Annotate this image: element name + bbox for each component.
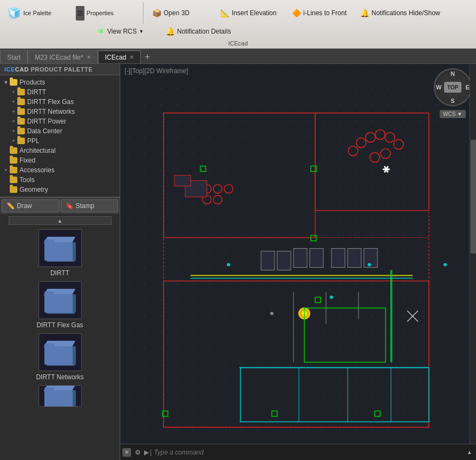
dirtt-expander[interactable]: + <box>10 88 17 96</box>
dirtt-power-thumbnail[interactable] <box>9 385 112 407</box>
toolbar: 🧊 Ice Palette ≡ Properties 📦 Open 3D 📐 I… <box>0 0 476 49</box>
stamp-btn[interactable]: 🔖 Stamp <box>61 199 119 212</box>
dirtt-power-thumb-icon <box>38 385 82 407</box>
scrollbar-thumb <box>471 140 476 254</box>
dirtt-networks-thumbnail[interactable]: DIRTT Networks <box>9 333 112 381</box>
wcs-label: WCS ▼ <box>443 111 462 117</box>
compass-top-label: TOP <box>447 85 458 90</box>
view-rcs-btn[interactable]: 👁 View RCS ▼ <box>94 26 159 37</box>
ice-palette-icon: 🧊 <box>8 7 21 20</box>
draw-label: Draw <box>17 202 32 210</box>
compass: N S E W TOP WCS ▼ <box>434 68 472 106</box>
palette-header: ICECAD PRODUCT PALETTE <box>0 64 120 75</box>
properties-label: Properties <box>87 10 114 16</box>
dirtt-folder-3d <box>44 235 76 262</box>
dirtt-thumb-label: DIRTT <box>50 269 69 277</box>
dirtt-networks-expander[interactable]: + <box>10 108 17 115</box>
ilines-label: i-Lines to Front <box>303 9 347 17</box>
tree-item-fixed[interactable]: - Fixed <box>0 156 120 165</box>
products-expander[interactable]: ▼ <box>2 79 10 86</box>
tab-icecad[interactable]: ICEcad ✕ <box>98 50 141 63</box>
svg-rect-41 <box>331 249 345 268</box>
ppl-label: PPL <box>27 137 40 145</box>
ilines-btn[interactable]: 🔶 i-Lines to Front <box>289 8 354 18</box>
tab-m23-close[interactable]: ✕ <box>87 54 91 60</box>
tree-item-products[interactable]: ▼ Products <box>0 77 120 87</box>
scroll-up-btn[interactable]: ▲ <box>9 216 112 225</box>
svg-point-56 <box>227 263 230 267</box>
cmd-settings-btn[interactable]: ⚙ <box>133 448 142 457</box>
tabs-bar: Start M23 ICEcad file* ✕ ICEcad ✕ + <box>0 49 476 64</box>
tree-item-data-center[interactable]: + Data Center <box>0 126 120 136</box>
notif-hide-show-label: Notifications Hide/Show <box>371 9 440 17</box>
tree-item-accessories[interactable]: + Accessories <box>0 165 120 175</box>
dirtt-flex-gas-thumbnail[interactable]: DIRTT Flex Gas <box>9 281 112 329</box>
notif-details-btn[interactable]: 🔔 Notification Details <box>162 26 234 37</box>
cad-drawing: ✱ <box>120 64 476 460</box>
fixed-folder-icon <box>10 157 17 164</box>
tree-item-geometry[interactable]: - Geometry <box>0 185 120 195</box>
svg-rect-37 <box>261 251 275 270</box>
tree-item-tools[interactable]: - Tools <box>0 175 120 185</box>
tree-item-ppl[interactable]: + PPL <box>0 136 120 146</box>
tree-item-dirtt[interactable]: + DIRTT <box>0 87 120 97</box>
tools-folder-icon <box>10 177 17 183</box>
tree-item-architectural[interactable]: - Architectural <box>0 146 120 156</box>
product-tree: ▼ Products + DIRTT + DIRTT Flex Gas <box>0 75 120 197</box>
svg-point-58 <box>330 296 333 299</box>
view-rcs-icon: 👁 <box>97 27 105 36</box>
ice-palette-btn[interactable]: 🧊 Ice Palette <box>4 5 69 21</box>
dirtt-power-folder-icon <box>17 118 25 125</box>
cmd-scroll-btn[interactable]: ▲ <box>465 448 474 457</box>
notification-icon: 🔔 <box>360 9 369 17</box>
tab-m23[interactable]: M23 ICEcad file* ✕ <box>28 50 97 63</box>
architectural-label: Architectural <box>19 147 56 154</box>
dirtt-flex-gas-expander[interactable]: + <box>10 98 17 106</box>
tools-label: Tools <box>19 176 35 184</box>
tab-add-btn[interactable]: + <box>141 50 154 63</box>
svg-rect-40 <box>310 249 323 268</box>
command-input[interactable] <box>154 449 463 456</box>
dirtt-power-label: DIRTT Power <box>27 118 66 125</box>
draw-btn[interactable]: ✏️ Draw <box>2 199 60 212</box>
cmd-separator: | <box>150 449 152 456</box>
dirtt-power-expander[interactable]: + <box>10 118 17 125</box>
tree-item-dirtt-flex-gas[interactable]: + DIRTT Flex Gas <box>0 97 120 107</box>
ppl-expander[interactable]: + <box>10 137 17 145</box>
dirtt-thumbnail[interactable]: DIRTT <box>9 229 112 277</box>
tab-start[interactable]: Start <box>0 50 28 63</box>
viewport[interactable]: [-][Top][2D Wireframe] <box>120 64 476 460</box>
compass-w-label: W <box>436 84 441 90</box>
thumbnails-area: ▲ DIRTT <box>0 214 120 460</box>
compass-n-label: N <box>451 70 455 77</box>
open-3d-btn[interactable]: 📦 Open 3D <box>149 8 214 18</box>
svg-point-57 <box>368 263 371 267</box>
dirtt-networks-label: DIRTT Networks <box>27 108 75 115</box>
data-center-label: Data Center <box>27 127 62 135</box>
ice-palette-label: Ice Palette <box>23 10 51 16</box>
insert-elevation-btn[interactable]: 📐 Insert Elevation <box>217 8 282 18</box>
stamp-icon: 🔖 <box>66 202 74 210</box>
cmd-close-btn[interactable]: ✕ <box>122 448 131 457</box>
architectural-folder-icon <box>10 147 17 154</box>
dirtt-flex-gas-thumb-icon <box>38 281 82 319</box>
accessories-expander[interactable]: + <box>2 166 10 174</box>
dirtt-networks-folder-3d <box>44 339 76 366</box>
notif-hide-show-btn[interactable]: 🔔 Notifications Hide/Show <box>357 8 444 18</box>
tree-item-dirtt-power[interactable]: + DIRTT Power <box>0 116 120 126</box>
open-3d-label: Open 3D <box>164 9 190 17</box>
dirtt-power-folder-3d <box>44 385 76 407</box>
tree-item-dirtt-networks[interactable]: + DIRTT Networks <box>0 107 120 116</box>
compass-top-btn[interactable]: TOP <box>444 82 461 93</box>
data-center-expander[interactable]: + <box>10 127 17 135</box>
products-label: Products <box>19 79 45 86</box>
products-folder-icon <box>10 79 17 86</box>
properties-btn[interactable]: ≡ Properties <box>73 5 138 22</box>
properties-icon: ≡ <box>76 6 84 21</box>
accessories-label: Accessories <box>19 166 55 174</box>
wcs-btn[interactable]: WCS ▼ <box>440 110 466 118</box>
dirtt-label: DIRTT <box>27 88 46 96</box>
tab-icecad-close[interactable]: ✕ <box>129 54 134 60</box>
viewport-scrollbar[interactable] <box>470 64 476 444</box>
cmd-prompt: ▶ | <box>144 449 152 456</box>
